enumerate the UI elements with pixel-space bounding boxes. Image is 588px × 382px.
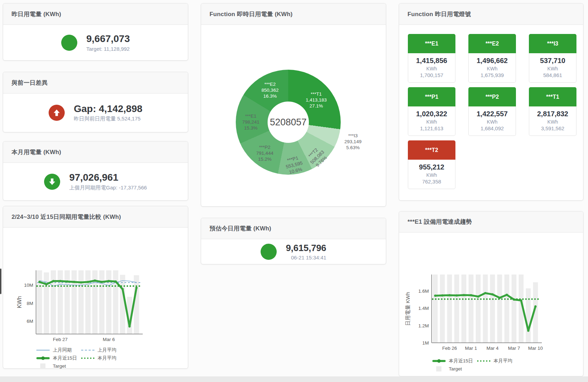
light-tile-T1: ***T1 2,817,832 KWh 3,591,562 xyxy=(529,87,576,136)
legend-item-this-month-15days[interactable]: 本月近15日 xyxy=(36,355,81,361)
compare-chart-legend: 上月同期 上月平均 本月近15日 本月平均 Target xyxy=(36,347,126,371)
donut-label-E2: ***E2 850,362 16.3% xyxy=(262,81,279,99)
kpi-text-block: Gap: 4,142,898 昨日與前日用電量 5,524,175 xyxy=(74,103,142,122)
tile-body: 1,422,557 KWh 1,684,092 xyxy=(468,106,516,136)
legend-label: Target xyxy=(53,363,66,369)
legend-item-target[interactable]: Target xyxy=(432,366,477,371)
card-compare-chart: 2/24~3/10 近15日同期用電量比較 (KWh) 6M8M10MFeb 2… xyxy=(3,206,188,369)
kpi-text-block: 9,615,796 06-21 15:34:41 xyxy=(286,243,326,261)
kpi-gap-subtext: 昨日與前日用電量 5,524,175 xyxy=(74,116,142,122)
e1-trend-line-bar-chart[interactable]: 1M1.2M1.4M1.6MFeb 26Mar 1Mar 4Mar 7Mar 1… xyxy=(399,253,584,359)
kpi-row: Gap: 4,142,898 昨日與前日用電量 5,524,175 xyxy=(3,93,188,132)
legend-row: 本月近15日 本月平均 xyxy=(432,358,522,364)
green-dotted-swatch-icon xyxy=(81,357,94,359)
card-yesterday-usage: 昨日用電量 (KWh) 9,667,073 Target: 11,128,992 xyxy=(3,3,188,61)
left-scrollbar-fragment[interactable] xyxy=(0,269,1,294)
tile-header: ***E1 xyxy=(408,34,455,53)
tile-header: ***T1 xyxy=(529,87,576,106)
light-tile-P2: ***P2 1,422,557 KWh 1,684,092 xyxy=(468,87,516,136)
light-tile-E2: ***E2 1,496,662 KWh 1,675,939 xyxy=(468,34,516,83)
kpi-target-subtext: Target: 11,128,992 xyxy=(86,46,130,52)
tile-header: ***P2 xyxy=(468,87,516,106)
tile-header: ***T2 xyxy=(408,140,455,160)
kpi-row: 9,667,073 Target: 11,128,992 xyxy=(3,25,188,60)
arrow-up-icon xyxy=(52,108,61,117)
trend-chart-legend: 本月近15日 本月平均 Target xyxy=(432,358,522,374)
arrow-down-icon xyxy=(48,177,57,186)
card-title-yesterday-usage: 昨日用電量 (KWh) xyxy=(3,4,188,25)
blue-dashed-swatch-icon xyxy=(81,350,94,350)
svg-text:Mar 4: Mar 4 xyxy=(487,346,499,351)
kpi-row: 9,615,796 06-21 15:34:41 xyxy=(201,239,386,264)
card-day-gap: 與前一日差異 Gap: 4,142,898 昨日與前日用電量 5,524,175 xyxy=(3,72,188,132)
light-tile-T2: ***T2 955,212 KWh 762,358 xyxy=(408,140,455,189)
legend-item-target[interactable]: Target xyxy=(36,363,81,369)
legend-item-this-month-average[interactable]: 本月平均 xyxy=(477,358,522,364)
svg-text:Feb 26: Feb 26 xyxy=(442,346,457,351)
svg-text:1.4M: 1.4M xyxy=(418,306,429,311)
donut-label-E1: ***E1 798,241 15.3% xyxy=(242,113,260,131)
legend-label: 上月同期 xyxy=(53,347,72,353)
card-title-e1-trend: ***E1 設備用電達成趨勢 xyxy=(399,211,583,232)
green-status-circle-icon xyxy=(261,244,277,260)
kpi-text-block: 9,667,073 Target: 11,128,992 xyxy=(86,33,130,51)
card-title-today-estimate: 預估今日用電量 (KWh) xyxy=(201,218,386,239)
legend-row: Target xyxy=(36,363,126,369)
svg-text:1.2M: 1.2M xyxy=(418,323,429,328)
legend-item-last-month-average[interactable]: 上月平均 xyxy=(81,347,126,353)
tile-body: 2,817,832 KWh 3,591,562 xyxy=(529,106,576,136)
kpi-value: 97,026,961 xyxy=(69,172,147,183)
legend-label: 本月平均 xyxy=(494,358,512,364)
legend-item-last-month-same-period[interactable]: 上月同期 xyxy=(36,347,81,353)
compare-line-bar-chart[interactable]: 6M8M10MFeb 27Mar 6KWh xyxy=(3,246,189,352)
legend-label: 本月平均 xyxy=(98,355,116,361)
green-arrow-down-circle-icon xyxy=(44,174,60,190)
tile-body: 1,496,662 KWh 1,675,939 xyxy=(468,53,516,83)
legend-row: 本月近15日 本月平均 xyxy=(36,355,126,361)
svg-text:1M: 1M xyxy=(422,340,429,346)
svg-text:6M: 6M xyxy=(27,319,33,324)
red-arrow-up-circle-icon xyxy=(49,105,65,121)
legend-row: 上月同期 上月平均 xyxy=(36,347,126,353)
donut-chart[interactable]: 5208057 ***T1 1,413,183 27.1% ***I3 293,… xyxy=(236,70,341,175)
tile-body: 537,710 KWh 584,861 xyxy=(529,53,576,83)
card-title-day-gap: 與前一日差異 xyxy=(3,72,188,93)
card-today-estimate: 預估今日用電量 (KWh) 9,615,796 06-21 15:34:41 xyxy=(201,218,386,264)
legend-label: 本月近15日 xyxy=(449,358,473,364)
svg-text:1.6M: 1.6M xyxy=(418,289,429,294)
svg-text:KWh: KWh xyxy=(16,296,22,308)
kpi-row: 97,026,961 上個月同期用電Gap: -17,377,566 xyxy=(3,163,188,200)
kpi-value: 9,615,796 xyxy=(286,243,326,253)
card-title-month-usage: 本月用電量 (KWh) xyxy=(3,141,188,163)
legend-label: Target xyxy=(449,366,462,371)
gray-square-swatch-icon xyxy=(40,363,45,369)
light-tile-I3: ***I3 537,710 KWh 584,861 xyxy=(529,34,576,83)
legend-item-this-month-average[interactable]: 本月平均 xyxy=(81,355,126,361)
tile-body: 1,020,322 KWh 1,121,613 xyxy=(408,106,455,136)
svg-text:Feb 27: Feb 27 xyxy=(53,337,68,342)
green-thick-line-swatch-icon xyxy=(432,360,446,362)
donut-label-P2: ***P2 791,444 15.2% xyxy=(256,144,274,162)
card-title-yesterday-lights: Function 昨日用電燈號 xyxy=(399,4,583,25)
svg-text:8M: 8M xyxy=(27,301,33,306)
donut-total-value: 5208057 xyxy=(270,117,306,128)
green-status-circle-icon xyxy=(61,35,77,51)
card-title-realtime-donut: Function 即時日用電量 (KWh) xyxy=(201,4,386,25)
svg-text:Mar 1: Mar 1 xyxy=(465,346,477,351)
svg-text:Mar 6: Mar 6 xyxy=(103,337,115,342)
gray-square-swatch-icon xyxy=(436,366,441,371)
svg-text:10M: 10M xyxy=(24,283,33,288)
tile-header: ***P1 xyxy=(408,87,455,106)
svg-text:Mar 10: Mar 10 xyxy=(528,346,543,351)
card-yesterday-lights: Function 昨日用電燈號 ***E1 1,415,856 KWh 1,70… xyxy=(399,3,583,201)
card-realtime-donut: Function 即時日用電量 (KWh) 5208057 ***T1 1,41… xyxy=(201,3,386,207)
tile-body: 1,415,856 KWh 1,700,157 xyxy=(408,53,455,83)
bottom-strip xyxy=(0,376,588,382)
donut-label-I3: ***I3 293,149 5.63% xyxy=(345,133,362,151)
kpi-gap-value: Gap: 4,142,898 xyxy=(74,103,142,114)
legend-item-this-month-15days[interactable]: 本月近15日 xyxy=(432,358,477,364)
green-thick-line-swatch-icon xyxy=(36,357,50,359)
svg-text:日用電量 KWh: 日用電量 KWh xyxy=(405,292,411,326)
tile-header: ***E2 xyxy=(468,34,516,53)
tile-header: ***I3 xyxy=(529,34,576,53)
